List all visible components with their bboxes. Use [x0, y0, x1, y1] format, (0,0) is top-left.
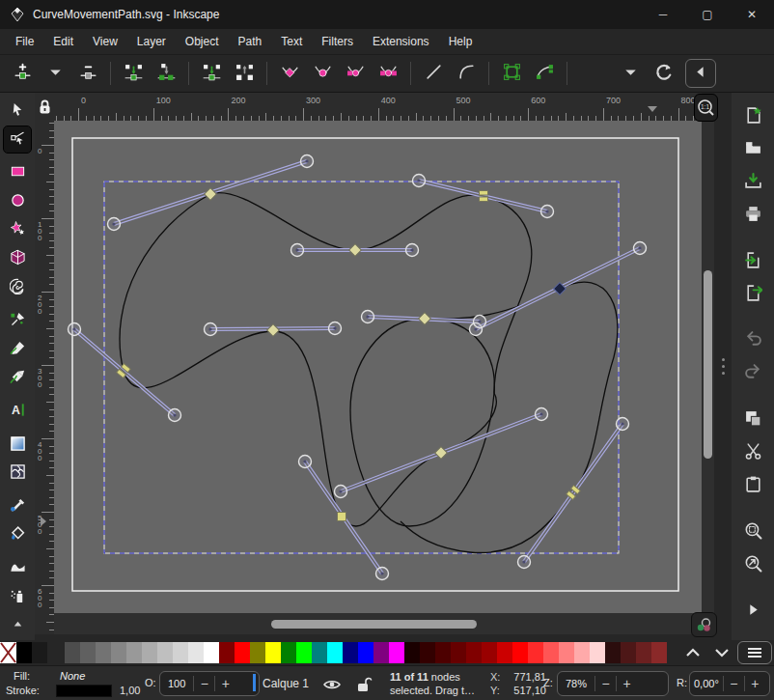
color-managed-view-button[interactable]	[691, 612, 717, 637]
color-swatch[interactable]	[559, 642, 574, 663]
zoom-decrease-button[interactable]: −	[594, 676, 616, 691]
color-swatch[interactable]	[636, 642, 651, 663]
selector-tool-button[interactable]	[4, 98, 31, 125]
spiral-tool-button[interactable]	[4, 274, 31, 301]
color-swatch[interactable]	[296, 642, 312, 663]
panel-collapse-button[interactable]	[685, 59, 716, 88]
color-swatch[interactable]	[111, 642, 126, 663]
pencil-tool-button[interactable]	[4, 336, 31, 363]
rotation-value[interactable]: 0,00°	[690, 678, 723, 689]
color-swatch[interactable]	[281, 642, 296, 663]
pen-tool-button[interactable]	[4, 307, 31, 334]
color-swatch[interactable]	[512, 642, 528, 663]
join-segment-button[interactable]	[150, 58, 182, 89]
object-to-path-button[interactable]	[495, 58, 528, 89]
horizontal-ruler[interactable]: 0100200300400500600700800	[54, 93, 702, 121]
rotation-spinbox[interactable]: 0,00° − +	[689, 671, 770, 696]
menu-layer[interactable]: Layer	[127, 31, 176, 52]
color-swatch[interactable]	[373, 642, 389, 663]
color-swatch[interactable]	[157, 642, 173, 663]
color-swatch[interactable]	[265, 642, 281, 663]
quick-zoom-button[interactable]: 1:1	[694, 94, 718, 122]
rectangle-tool-button[interactable]	[4, 159, 31, 186]
color-swatch[interactable]	[219, 642, 235, 663]
color-swatch[interactable]	[142, 642, 157, 663]
caret-down-button[interactable]	[614, 58, 647, 89]
horizontal-scrollbar[interactable]	[54, 613, 702, 634]
canvas[interactable]	[54, 121, 702, 634]
color-swatch[interactable]	[188, 642, 204, 663]
opacity-increase-button[interactable]: +	[214, 676, 235, 691]
layer-lock-icon[interactable]	[353, 675, 373, 694]
insert-node-button[interactable]	[6, 58, 39, 89]
menu-help[interactable]: Help	[439, 31, 483, 52]
node-auto-button[interactable]	[372, 58, 404, 89]
zoom-selection-button[interactable]	[738, 518, 767, 546]
menu-object[interactable]: Object	[176, 31, 229, 52]
layer-selector[interactable]: Calque 1	[263, 677, 309, 690]
menu-extensions[interactable]: Extensions	[363, 31, 439, 52]
vertical-scrollbar-thumb[interactable]	[704, 270, 712, 459]
color-swatch[interactable]	[32, 642, 47, 663]
duplicate-button[interactable]	[738, 406, 767, 434]
minimize-button[interactable]: ─	[641, 0, 685, 29]
node-symmetric-button[interactable]	[339, 58, 372, 89]
color-swatch[interactable]	[126, 642, 142, 663]
menu-filters[interactable]: Filters	[312, 31, 363, 52]
color-swatch[interactable]	[621, 642, 636, 663]
gradient-tool-button[interactable]	[4, 432, 31, 459]
menu-edit[interactable]: Edit	[43, 31, 83, 52]
color-swatch[interactable]	[605, 642, 621, 663]
horizontal-scrollbar-thumb[interactable]	[271, 620, 477, 629]
path-node-cusp[interactable]	[480, 197, 488, 202]
color-swatch[interactable]	[651, 642, 667, 663]
color-swatch[interactable]	[543, 642, 559, 663]
paste-button[interactable]	[738, 472, 767, 499]
rotation-decrease-button[interactable]: −	[723, 676, 744, 691]
color-swatch[interactable]	[590, 642, 605, 663]
star-tool-button[interactable]	[4, 217, 31, 244]
palette-menu-button[interactable]	[737, 641, 772, 664]
layer-visibility-icon[interactable]	[322, 675, 342, 694]
path-node-cusp[interactable]	[338, 513, 346, 521]
color-swatch[interactable]	[312, 642, 327, 663]
zoom-value[interactable]: 78%	[558, 678, 594, 689]
color-swatch[interactable]	[343, 642, 358, 663]
delete-node-button[interactable]	[71, 58, 104, 89]
vertical-ruler[interactable]: 01 0 02 0 03 0 04 0 05 0 06 0 0	[35, 121, 54, 634]
fill-value[interactable]: None	[60, 670, 85, 682]
dock-resize-handle[interactable]	[714, 93, 732, 640]
opacity-spinbox[interactable]: 100 − +	[159, 671, 260, 696]
color-swatch[interactable]	[96, 642, 111, 663]
menu-path[interactable]: Path	[229, 31, 272, 52]
color-swatch[interactable]	[466, 642, 482, 663]
caret-down-button[interactable]	[39, 58, 71, 89]
commandbar-more-button[interactable]	[738, 598, 767, 625]
palette-scroll-down-icon[interactable]	[714, 648, 730, 658]
stroke-width-value[interactable]: 1,00	[120, 685, 140, 696]
color-swatch[interactable]	[173, 642, 188, 663]
color-swatch[interactable]	[389, 642, 404, 663]
close-button[interactable]: ✕	[730, 0, 774, 29]
zoom-drawing-button[interactable]	[738, 551, 767, 578]
zoom-increase-button[interactable]: +	[616, 676, 637, 691]
text-tool-button[interactable]: A	[4, 398, 31, 425]
document-print-button[interactable]	[738, 202, 767, 229]
document-new-button[interactable]	[738, 103, 767, 130]
break-nodes-button[interactable]	[195, 58, 228, 89]
join-nodes-button[interactable]	[117, 58, 150, 89]
menu-view[interactable]: View	[83, 31, 127, 52]
cut-button[interactable]	[738, 439, 767, 466]
menu-file[interactable]: File	[6, 31, 43, 52]
drawing-area[interactable]	[54, 121, 702, 634]
color-swatch[interactable]	[16, 642, 32, 663]
opacity-value[interactable]: 100	[160, 678, 193, 689]
color-swatch[interactable]	[451, 642, 466, 663]
export-button[interactable]	[738, 281, 767, 308]
color-swatch[interactable]	[327, 642, 343, 663]
node-tool-button[interactable]	[4, 126, 31, 154]
tweak-tool-button[interactable]	[4, 555, 31, 582]
color-swatch[interactable]	[482, 642, 497, 663]
vertical-scrollbar[interactable]	[702, 121, 714, 634]
node-corner-button[interactable]	[273, 58, 306, 89]
